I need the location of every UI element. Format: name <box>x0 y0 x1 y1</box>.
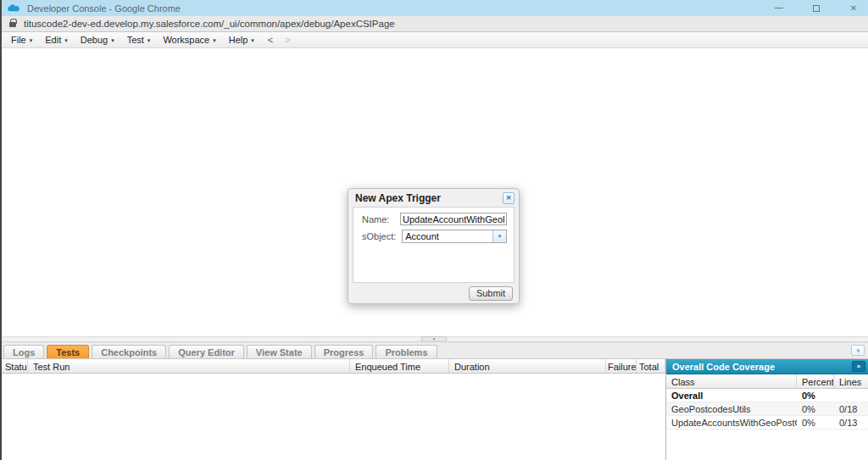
tab-logs[interactable]: Logs <box>3 345 44 358</box>
coverage-lines-cell: 0/18 <box>834 404 868 414</box>
caret-down-icon: ▾ <box>30 37 33 43</box>
coverage-percent-cell: 0% <box>797 418 834 428</box>
double-chevron-right-icon: » <box>857 363 860 370</box>
nav-forward-button[interactable]: > <box>279 35 296 45</box>
coverage-class-cell: Overall <box>666 391 797 401</box>
window-controls: ✕ <box>773 0 860 16</box>
coverage-percent-cell: 0% <box>797 391 834 401</box>
coverage-percent-cell: 0% <box>797 404 834 414</box>
trigger-name-input[interactable] <box>400 213 507 225</box>
tab-checkpoints[interactable]: Checkpoints <box>92 345 166 358</box>
url-bar: tituscode2-dev-ed.develop.my.salesforce.… <box>0 16 868 32</box>
dialog-close-icon: ✕ <box>506 195 512 202</box>
caret-down-icon: ▾ <box>111 37 114 43</box>
coverage-class-cell: UpdateAccountsWithGeoPostCode <box>666 418 797 428</box>
column-header-status[interactable]: Status <box>0 359 28 373</box>
splitter-caret-icon: ▾ <box>433 337 436 341</box>
menu-test[interactable]: Test ▾ <box>122 35 159 45</box>
coverage-grid-header: Class Percent Lines <box>666 374 868 389</box>
tab-query-editor[interactable]: Query Editor <box>169 345 244 358</box>
tests-panel-content: Status Test Run Enqueued Time Duration F… <box>0 359 868 460</box>
coverage-row-updateaccounts[interactable]: UpdateAccountsWithGeoPostCode 0% 0/13 <box>666 416 868 430</box>
dialog-footer: Submit <box>348 283 519 303</box>
test-grid-header: Status Test Run Enqueued Time Duration F… <box>0 359 665 374</box>
url-text: tituscode2-dev-ed.develop.my.salesforce.… <box>24 19 395 29</box>
close-button[interactable]: ✕ <box>848 3 860 14</box>
coverage-panel-title: Overall Code Coverage <box>672 362 852 372</box>
bottom-tab-strip: Logs Tests Checkpoints Query Editor View… <box>0 342 868 359</box>
menu-edit-label: Edit <box>45 35 61 45</box>
minimize-icon <box>775 8 783 8</box>
lock-icon[interactable] <box>9 22 16 27</box>
sobject-select[interactable]: Account ▾ <box>402 230 507 243</box>
expand-coverage-button[interactable]: » <box>852 361 865 372</box>
name-field-row: Name: <box>362 213 507 225</box>
tab-progress[interactable]: Progress <box>314 345 374 358</box>
dropdown-caret-icon: ▾ <box>492 230 506 242</box>
menu-workspace-label: Workspace <box>163 35 209 45</box>
tab-problems[interactable]: Problems <box>376 345 437 358</box>
coverage-row-overall[interactable]: Overall 0% <box>666 389 868 402</box>
caret-down-icon: ▾ <box>147 37 151 43</box>
menu-file-label: File <box>11 35 26 45</box>
test-runs-grid: Status Test Run Enqueued Time Duration F… <box>0 359 665 460</box>
menu-test-label: Test <box>127 35 144 45</box>
close-icon: ✕ <box>850 4 857 13</box>
splitter-handle[interactable]: ▾ <box>421 336 447 342</box>
maximize-icon <box>813 5 820 12</box>
submit-button[interactable]: Submit <box>469 286 513 301</box>
title-bar: Developer Console - Google Chrome ✕ <box>0 0 868 16</box>
nav-back-button[interactable]: < <box>262 35 279 45</box>
double-chevron-down-icon: » <box>854 348 861 352</box>
coverage-grid-empty-area <box>666 430 868 460</box>
coverage-lines-cell: 0/13 <box>834 418 868 428</box>
menu-edit[interactable]: Edit ▾ <box>40 35 75 45</box>
column-header-lines[interactable]: Lines <box>834 374 868 388</box>
browser-window: Developer Console - Google Chrome ✕ titu… <box>0 0 868 460</box>
menu-help-label: Help <box>229 35 248 45</box>
test-grid-body <box>0 374 665 460</box>
dialog-close-button[interactable]: ✕ <box>503 192 515 204</box>
name-label: Name: <box>362 214 400 224</box>
coverage-row-geopostcodesutils[interactable]: GeoPostcodesUtils 0% 0/18 <box>666 402 868 416</box>
bottom-panel: Logs Tests Checkpoints Query Editor View… <box>0 342 868 460</box>
horizontal-splitter[interactable]: ▾ <box>0 336 868 342</box>
column-header-test-run[interactable]: Test Run <box>28 359 350 373</box>
sobject-label: sObject: <box>362 231 402 241</box>
dialog-body: Name: sObject: Account ▾ <box>353 207 515 283</box>
window-title: Developer Console - Google Chrome <box>27 3 181 14</box>
menu-debug[interactable]: Debug ▾ <box>75 35 122 45</box>
column-header-duration[interactable]: Duration <box>449 359 606 373</box>
column-header-percent[interactable]: Percent <box>797 374 834 388</box>
coverage-panel-header: Overall Code Coverage » <box>666 359 868 374</box>
dialog-title: New Apex Trigger <box>355 192 503 204</box>
column-header-total[interactable]: Total <box>637 359 665 373</box>
menu-help[interactable]: Help ▾ <box>224 35 262 45</box>
dialog-title-bar: New Apex Trigger ✕ <box>348 189 519 207</box>
caret-down-icon: ▾ <box>213 37 216 43</box>
tab-view-state[interactable]: View State <box>247 345 312 358</box>
collapse-panel-button[interactable]: » <box>851 345 865 356</box>
column-header-class[interactable]: Class <box>666 374 797 388</box>
minimize-button[interactable] <box>773 3 785 14</box>
column-header-enqueued-time[interactable]: Enqueued Time <box>350 359 449 373</box>
code-coverage-panel: Overall Code Coverage » Class Percent Li… <box>665 359 868 460</box>
menu-file[interactable]: File ▾ <box>6 35 40 45</box>
coverage-class-cell: GeoPostcodesUtils <box>666 404 797 414</box>
tab-tests[interactable]: Tests <box>47 345 89 358</box>
sobject-field-row: sObject: Account ▾ <box>362 230 507 243</box>
new-apex-trigger-dialog: New Apex Trigger ✕ Name: sObject: Accoun… <box>348 188 520 304</box>
caret-down-icon: ▾ <box>64 37 68 43</box>
menu-bar: File ▾ Edit ▾ Debug ▾ Test ▾ Workspace ▾… <box>0 32 868 48</box>
salesforce-cloud-icon <box>7 3 21 13</box>
maximize-button[interactable] <box>810 3 822 14</box>
column-header-failures[interactable]: Failures <box>606 359 637 373</box>
window-left-edge <box>0 0 2 460</box>
menu-workspace[interactable]: Workspace ▾ <box>158 35 223 45</box>
caret-down-icon: ▾ <box>251 37 254 43</box>
sobject-selected-value: Account <box>403 230 492 242</box>
menu-debug-label: Debug <box>81 35 108 45</box>
